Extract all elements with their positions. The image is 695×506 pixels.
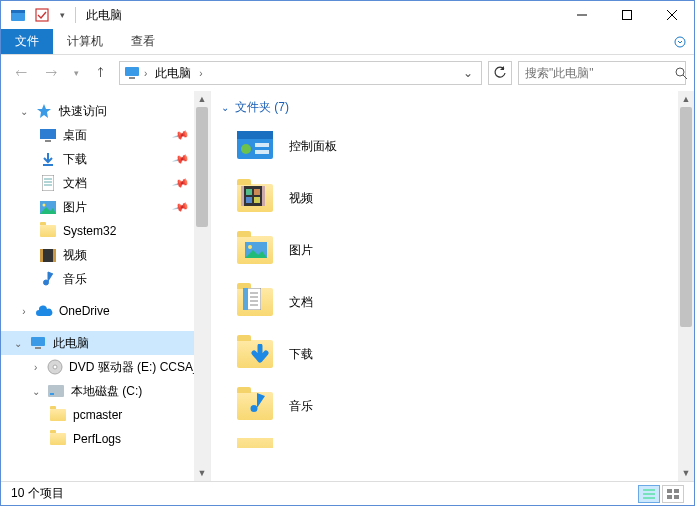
maximize-button[interactable] xyxy=(604,1,649,29)
chevron-right-icon[interactable]: › xyxy=(144,68,147,79)
item-documents[interactable]: 文档 xyxy=(235,282,694,322)
sidebar-music[interactable]: 音乐 xyxy=(1,267,210,291)
refresh-button[interactable] xyxy=(488,61,512,85)
svg-rect-33 xyxy=(255,143,269,147)
sidebar-videos[interactable]: 视频 xyxy=(1,243,210,267)
svg-rect-34 xyxy=(255,150,269,154)
tab-view[interactable]: 查看 xyxy=(117,29,169,54)
svg-rect-23 xyxy=(53,249,56,262)
scroll-thumb[interactable] xyxy=(196,107,208,227)
back-button[interactable]: 🡐 xyxy=(9,61,33,85)
videos-folder-icon xyxy=(235,178,275,218)
sidebar-item-label: 桌面 xyxy=(63,127,87,144)
forward-button[interactable]: 🡒 xyxy=(39,61,63,85)
item-videos[interactable]: 视频 xyxy=(235,178,694,218)
group-label: 文件夹 (7) xyxy=(235,99,289,116)
properties-icon[interactable] xyxy=(31,4,53,26)
pin-icon: 📌 xyxy=(172,126,191,144)
desktop-icon xyxy=(39,126,57,144)
svg-rect-15 xyxy=(42,175,54,191)
folder-icon xyxy=(39,222,57,240)
tab-file[interactable]: 文件 xyxy=(1,29,53,54)
scroll-up-icon[interactable]: ▲ xyxy=(194,91,210,107)
item-music[interactable]: 音乐 xyxy=(235,386,694,426)
documents-folder-icon xyxy=(235,282,275,322)
item-label: 视频 xyxy=(289,190,313,207)
scroll-down-icon[interactable]: ▼ xyxy=(678,465,694,481)
expand-icon[interactable]: ⌄ xyxy=(19,106,29,117)
svg-rect-9 xyxy=(129,77,135,79)
sidebar-dvd[interactable]: › DVD 驱动器 (E:) CCSA_X64 xyxy=(1,355,210,379)
qat-dropdown-icon[interactable]: ▾ xyxy=(55,4,69,26)
svg-rect-8 xyxy=(125,67,139,76)
sidebar-system32[interactable]: System32 xyxy=(1,219,210,243)
view-details-button[interactable] xyxy=(638,485,660,503)
svg-rect-25 xyxy=(35,347,41,349)
expand-icon[interactable]: › xyxy=(31,362,40,373)
expand-icon[interactable]: ⌄ xyxy=(31,386,41,397)
search-box[interactable] xyxy=(518,61,686,85)
minimize-button[interactable] xyxy=(559,1,604,29)
item-downloads[interactable]: 下载 xyxy=(235,334,694,374)
svg-rect-40 xyxy=(246,197,252,203)
expand-icon[interactable]: › xyxy=(19,306,29,317)
content-pane: ⌄ 文件夹 (7) 控制面板 视频 xyxy=(211,91,694,481)
ribbon: 文件 计算机 查看 xyxy=(1,29,694,55)
svg-rect-2 xyxy=(36,9,48,21)
svg-rect-37 xyxy=(262,186,265,206)
sidebar-scrollbar[interactable]: ▲ ▼ xyxy=(194,91,210,481)
system-menu-icon[interactable] xyxy=(7,4,29,26)
sidebar-downloads[interactable]: 下载 📌 xyxy=(1,147,210,171)
sidebar-item-label: System32 xyxy=(63,224,116,238)
sidebar-item-label: 音乐 xyxy=(63,271,87,288)
close-button[interactable] xyxy=(649,1,694,29)
sidebar-documents[interactable]: 文档 📌 xyxy=(1,171,210,195)
disc-icon xyxy=(46,358,63,376)
sidebar-local-disk[interactable]: ⌄ 本地磁盘 (C:) xyxy=(1,379,210,403)
sidebar-onedrive[interactable]: › OneDrive xyxy=(1,299,210,323)
item-label: 音乐 xyxy=(289,398,313,415)
svg-point-20 xyxy=(43,203,46,206)
sidebar-quick-access[interactable]: ⌄ 快速访问 xyxy=(1,99,210,123)
group-header-folders[interactable]: ⌄ 文件夹 (7) xyxy=(221,99,694,116)
svg-point-27 xyxy=(53,365,57,369)
scroll-down-icon[interactable]: ▼ xyxy=(194,465,210,481)
expand-icon[interactable]: ⌄ xyxy=(13,338,23,349)
pin-icon: 📌 xyxy=(172,174,191,192)
control-panel-icon xyxy=(235,126,275,166)
item-label: 文档 xyxy=(289,294,313,311)
search-icon[interactable] xyxy=(675,67,688,80)
tab-computer[interactable]: 计算机 xyxy=(53,29,117,54)
sidebar-this-pc[interactable]: ⌄ 此电脑 xyxy=(1,331,210,355)
chevron-right-icon[interactable]: › xyxy=(199,68,202,79)
sidebar-pictures[interactable]: 图片 📌 xyxy=(1,195,210,219)
breadcrumb-this-pc[interactable]: 此电脑 xyxy=(151,65,195,82)
svg-rect-4 xyxy=(622,11,631,20)
search-input[interactable] xyxy=(525,66,675,80)
scroll-up-icon[interactable]: ▲ xyxy=(678,91,694,107)
address-bar[interactable]: › 此电脑 › ⌄ xyxy=(119,61,482,85)
item-control-panel[interactable]: 控制面板 xyxy=(235,126,694,166)
svg-rect-28 xyxy=(48,385,64,397)
sidebar-item-label: pcmaster xyxy=(73,408,122,422)
scroll-thumb[interactable] xyxy=(680,107,692,327)
svg-rect-24 xyxy=(31,337,45,346)
sidebar-desktop[interactable]: 桌面 📌 xyxy=(1,123,210,147)
address-dropdown-icon[interactable]: ⌄ xyxy=(459,66,477,80)
content-scrollbar[interactable]: ▲ ▼ xyxy=(678,91,694,481)
pin-icon: 📌 xyxy=(172,198,191,216)
ribbon-collapse-icon[interactable] xyxy=(666,29,694,54)
item-partial[interactable] xyxy=(235,438,694,448)
svg-point-7 xyxy=(675,37,685,47)
chevron-down-icon[interactable]: ⌄ xyxy=(221,102,229,113)
document-icon xyxy=(39,174,57,192)
up-button[interactable]: 🡑 xyxy=(89,61,113,85)
recent-dropdown[interactable]: ▾ xyxy=(69,61,83,85)
sidebar-pcmaster[interactable]: pcmaster xyxy=(1,403,210,427)
separator xyxy=(75,7,76,23)
item-pictures[interactable]: 图片 xyxy=(235,230,694,270)
view-icons-button[interactable] xyxy=(662,485,684,503)
sidebar-item-label: 文档 xyxy=(63,175,87,192)
svg-rect-22 xyxy=(40,249,43,262)
sidebar-perflogs[interactable]: PerfLogs xyxy=(1,427,210,451)
